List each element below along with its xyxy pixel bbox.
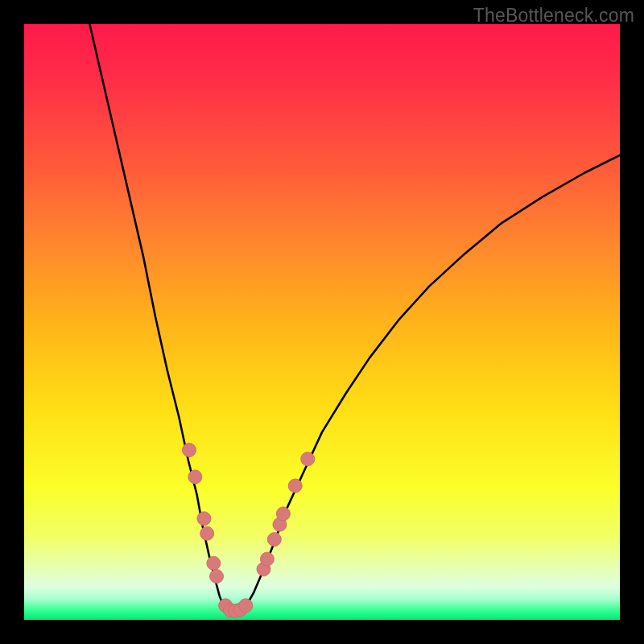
- gradient-background: [24, 24, 620, 620]
- chart-frame: TheBottleneck.com: [0, 0, 644, 644]
- data-marker: [260, 552, 274, 566]
- data-marker: [197, 512, 211, 526]
- chart-plot: [24, 24, 620, 620]
- data-marker: [276, 507, 290, 521]
- data-marker: [239, 599, 253, 613]
- data-marker: [210, 569, 224, 583]
- data-marker: [188, 470, 202, 484]
- data-marker: [267, 533, 281, 547]
- data-marker: [301, 452, 315, 466]
- watermark-text: TheBottleneck.com: [473, 5, 634, 27]
- data-marker: [288, 479, 302, 493]
- data-marker: [207, 556, 221, 570]
- data-marker: [200, 526, 214, 540]
- data-marker: [182, 444, 196, 457]
